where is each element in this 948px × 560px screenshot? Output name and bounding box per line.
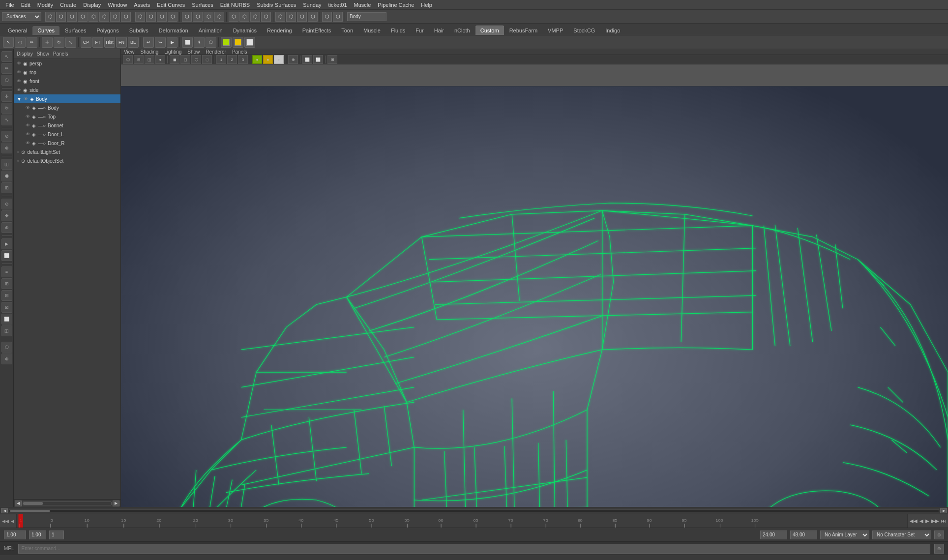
be-btn[interactable]: BE: [128, 37, 139, 48]
layer-btn[interactable]: ≡: [1, 266, 12, 277]
toolbar-btn-2[interactable]: ⬡: [56, 12, 66, 22]
toolbar-btn-4[interactable]: ⬡: [78, 12, 88, 22]
outliner-item-front[interactable]: 👁 ◉ front: [14, 77, 120, 86]
paint-select-btn[interactable]: ✏: [1, 63, 12, 74]
swatch-btn-yellow[interactable]: [233, 37, 243, 48]
vp-menu-lighting[interactable]: Lighting: [164, 49, 181, 55]
toolbar-btn-render2[interactable]: ⬡: [333, 12, 343, 22]
menu-help[interactable]: Help: [417, 1, 436, 9]
toolbar-btn-7[interactable]: ⬡: [110, 12, 120, 22]
menu-ticket01[interactable]: ticket01: [325, 1, 351, 9]
tab-stockcg[interactable]: StockCG: [568, 26, 600, 35]
toolbar-btn-8[interactable]: ⬡: [121, 12, 131, 22]
menu-edit[interactable]: Edit: [18, 1, 34, 9]
vp-color-yellow[interactable]: ●: [263, 55, 273, 64]
extrude-btn[interactable]: ◫: [1, 159, 12, 170]
outliner-item-top-child[interactable]: 👁 ◈ —○ Top: [14, 112, 120, 121]
outliner-item-top[interactable]: 👁 ◉ top: [14, 68, 120, 77]
menu-sunday[interactable]: Sunday: [299, 1, 325, 9]
command-input[interactable]: [18, 544, 930, 554]
rotate-btn[interactable]: ↻: [1, 103, 12, 114]
outliner-item-side[interactable]: 👁 ◉ side: [14, 86, 120, 94]
toolbar-btn-render1[interactable]: ⬡: [322, 12, 332, 22]
toolbar-btn-snap2[interactable]: ⬡: [286, 12, 296, 22]
outliner-item-persp[interactable]: 👁 ◉ persp: [14, 59, 120, 68]
scroll-right-btn[interactable]: ▶: [113, 501, 119, 506]
toolbar-btn-10[interactable]: ⬡: [146, 12, 156, 22]
tab-toon[interactable]: Toon: [336, 26, 358, 35]
tab-curves[interactable]: Curves: [32, 26, 59, 35]
outliner-item-door-r[interactable]: 👁 ◈ —○ Door_R: [14, 139, 120, 147]
vp-menu-view[interactable]: View: [124, 49, 135, 55]
cp-btn[interactable]: CP: [81, 37, 91, 48]
cmd-right-btn[interactable]: ⊕: [934, 544, 944, 554]
toolbar-btn-19[interactable]: ⬡: [250, 12, 260, 22]
menu-file[interactable]: File: [2, 1, 18, 9]
vp-btn-xray[interactable]: ◌: [202, 55, 212, 64]
tab-painteffects[interactable]: PaintEffects: [297, 26, 336, 35]
paint-tool-btn[interactable]: ✏: [27, 37, 37, 48]
menu-muscle[interactable]: Muscle: [351, 1, 375, 9]
wireframe-btn[interactable]: ⬡: [206, 37, 216, 48]
toolbar-btn-6[interactable]: ⬡: [99, 12, 109, 22]
tab-ncloth[interactable]: nCloth: [449, 26, 475, 35]
tab-vmpp[interactable]: VMPP: [543, 26, 568, 35]
range-start-input[interactable]: [4, 531, 26, 539]
vp-btn-grid[interactable]: ⊞: [134, 55, 144, 64]
vp-btn-mode3[interactable]: 3: [238, 55, 248, 64]
menu-subdiv-surfaces[interactable]: Subdiv Surfaces: [253, 1, 299, 9]
layer2-btn[interactable]: ⊞: [1, 278, 12, 289]
menu-display[interactable]: Display: [80, 1, 104, 9]
tab-custom[interactable]: Custom: [475, 26, 504, 35]
object-name-input[interactable]: [347, 12, 386, 21]
menu-create[interactable]: Create: [57, 1, 80, 9]
toolbar-btn-snap4[interactable]: ⬡: [308, 12, 318, 22]
vp-menu-show[interactable]: Show: [187, 49, 200, 55]
layer6-btn[interactable]: ◫: [1, 325, 12, 336]
light-btn[interactable]: ☀: [194, 37, 205, 48]
vp-btn-select-all[interactable]: ⊕: [288, 55, 298, 64]
toolbar-btn-14[interactable]: ⬡: [193, 12, 203, 22]
tab-general[interactable]: General: [3, 26, 32, 35]
tl-scroll-right[interactable]: ▶: [940, 508, 947, 513]
outliner-tab-panels[interactable]: Panels: [53, 51, 68, 57]
toolbar-btn-12[interactable]: ⬡: [168, 12, 178, 22]
char-set-select[interactable]: No Character Set: [872, 531, 931, 539]
vp-btn-wireframe[interactable]: ◫: [145, 55, 154, 64]
vp-btn-wire-on-shade[interactable]: ⬡: [191, 55, 201, 64]
tl-play-fwd-btn[interactable]: ▶▶: [931, 518, 939, 524]
outliner-scroll[interactable]: 👁 ◉ persp 👁 ◉ top 👁 ◉ front: [14, 59, 120, 499]
outliner-item-door-l[interactable]: 👁 ◈ —○ Door_L: [14, 130, 120, 139]
outliner-item-body[interactable]: 👁 ◈ —○ Body: [14, 103, 120, 112]
undo-btn[interactable]: ↩: [143, 37, 154, 48]
toolbar-btn-18[interactable]: ⬡: [239, 12, 249, 22]
vp-menu-shading[interactable]: Shading: [141, 49, 159, 55]
vp-btn-mode2[interactable]: 2: [227, 55, 237, 64]
outliner-tab-show[interactable]: Show: [37, 51, 49, 57]
outliner-item-body-group[interactable]: ▼ 👁 ◈ Body: [14, 94, 120, 103]
tab-rendering[interactable]: Rendering: [262, 26, 297, 35]
tl-scroll-thumb[interactable]: [10, 510, 50, 512]
menu-window[interactable]: Window: [104, 1, 130, 9]
tab-surfaces[interactable]: Surfaces: [60, 26, 91, 35]
render-icon-btn[interactable]: ▶: [167, 37, 178, 48]
tl-step-back-btn[interactable]: ◀: [919, 518, 923, 524]
toolbar-btn-snap1[interactable]: ⬡: [275, 12, 285, 22]
vp-btn-smooth[interactable]: ●: [155, 55, 165, 64]
move-btn[interactable]: ✛: [1, 91, 12, 102]
toolbar-btn-17[interactable]: ⬡: [229, 12, 238, 22]
camera-orbit-btn[interactable]: ⊙: [1, 199, 12, 209]
toolbar-btn-3[interactable]: ⬡: [67, 12, 77, 22]
vp-btn-hud[interactable]: ⊞: [327, 55, 337, 64]
misc1-btn[interactable]: ⬡: [1, 342, 12, 353]
menu-edit-curves[interactable]: Edit Curves: [153, 1, 188, 9]
menu-pipeline-cache[interactable]: Pipeline Cache: [374, 1, 417, 9]
select-mode-btn[interactable]: ↖: [1, 51, 12, 62]
vp-menu-panels[interactable]: Panels: [232, 49, 247, 55]
outliner-item-object-set[interactable]: ● ⊙ defaultObjectSet: [14, 156, 120, 165]
vp-btn-layout1[interactable]: ⬜: [302, 55, 312, 64]
toolbar-btn-20[interactable]: ⬡: [261, 12, 271, 22]
soft-mod-btn[interactable]: ⊙: [1, 131, 12, 142]
vp-color-green[interactable]: ●: [252, 55, 262, 64]
range-end-input[interactable]: [760, 531, 787, 539]
